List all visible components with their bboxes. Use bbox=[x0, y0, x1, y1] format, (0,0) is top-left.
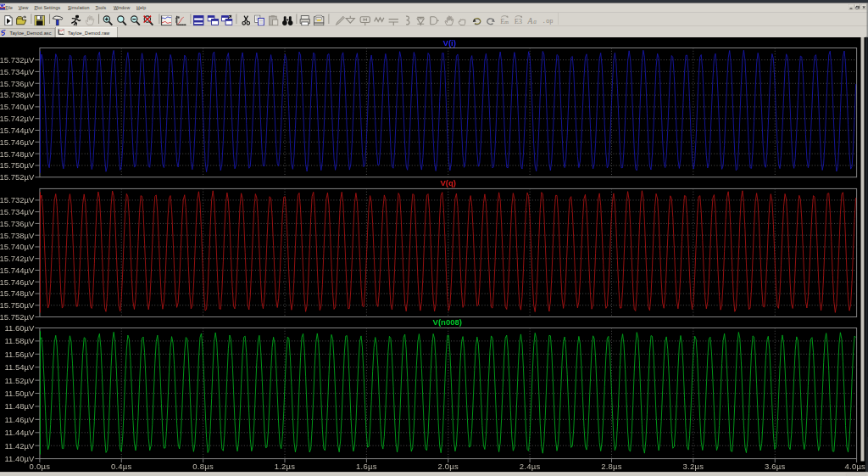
svg-text:11.50µV: 11.50µV bbox=[5, 389, 36, 398]
svg-text:11.44µV: 11.44µV bbox=[5, 428, 36, 437]
svg-text:3.2µs: 3.2µs bbox=[683, 462, 704, 471]
svg-text:11.42µV: 11.42µV bbox=[5, 441, 36, 451]
svg-text:15.742µV: 15.742µV bbox=[0, 114, 35, 123]
svg-text:15.746µV: 15.746µV bbox=[0, 277, 35, 287]
svg-text:11.58µV: 11.58µV bbox=[5, 336, 36, 345]
svg-text:15.740µV: 15.740µV bbox=[0, 102, 35, 111]
svg-text:0.0µs: 0.0µs bbox=[30, 462, 51, 471]
svg-text:15.750µV: 15.750µV bbox=[0, 160, 35, 170]
svg-text:11.52µV: 11.52µV bbox=[5, 376, 36, 385]
svg-text:11.60µV: 11.60µV bbox=[5, 323, 36, 333]
svg-text:15.750µV: 15.750µV bbox=[0, 300, 35, 310]
svg-text:15.740µV: 15.740µV bbox=[0, 242, 35, 251]
svg-text:V(i): V(i) bbox=[443, 38, 456, 48]
svg-text:3.6µs: 3.6µs bbox=[765, 462, 786, 471]
svg-text:15.734µV: 15.734µV bbox=[0, 207, 35, 216]
svg-text:15.738µV: 15.738µV bbox=[0, 90, 35, 99]
svg-text:0.8µs: 0.8µs bbox=[192, 462, 214, 471]
svg-text:V(q): V(q) bbox=[440, 178, 455, 188]
svg-text:11.46µV: 11.46µV bbox=[5, 415, 36, 424]
svg-text:15.736µV: 15.736µV bbox=[0, 219, 35, 228]
svg-text:15.748µV: 15.748µV bbox=[0, 288, 35, 298]
svg-text:2.8µs: 2.8µs bbox=[601, 462, 622, 471]
svg-text:15.738µV: 15.738µV bbox=[0, 231, 35, 240]
svg-text:2.0µs: 2.0µs bbox=[437, 462, 459, 471]
svg-text:1.6µs: 1.6µs bbox=[356, 462, 377, 471]
svg-text:15.734µV: 15.734µV bbox=[0, 67, 35, 76]
svg-text:15.744µV: 15.744µV bbox=[0, 126, 35, 135]
svg-text:0.4µs: 0.4µs bbox=[111, 462, 132, 471]
svg-text:15.742µV: 15.742µV bbox=[0, 254, 35, 263]
svg-text:15.752µV: 15.752µV bbox=[0, 172, 35, 182]
svg-text:1.2µs: 1.2µs bbox=[275, 462, 296, 471]
svg-text:15.746µV: 15.746µV bbox=[0, 137, 35, 147]
svg-text:11.54µV: 11.54µV bbox=[5, 362, 36, 372]
svg-text:15.732µV: 15.732µV bbox=[0, 55, 35, 64]
svg-text:11.48µV: 11.48µV bbox=[5, 401, 36, 411]
svg-text:2.4µs: 2.4µs bbox=[520, 462, 541, 471]
svg-text:4.0µs: 4.0µs bbox=[845, 462, 866, 471]
svg-text:11.56µV: 11.56µV bbox=[5, 350, 36, 359]
svg-text:15.736µV: 15.736µV bbox=[0, 79, 35, 88]
svg-text:15.744µV: 15.744µV bbox=[0, 266, 35, 275]
svg-text:V(n008): V(n008) bbox=[433, 317, 462, 327]
svg-text:15.748µV: 15.748µV bbox=[0, 149, 35, 159]
svg-text:15.752µV: 15.752µV bbox=[0, 312, 35, 322]
svg-text:15.732µV: 15.732µV bbox=[0, 195, 35, 204]
